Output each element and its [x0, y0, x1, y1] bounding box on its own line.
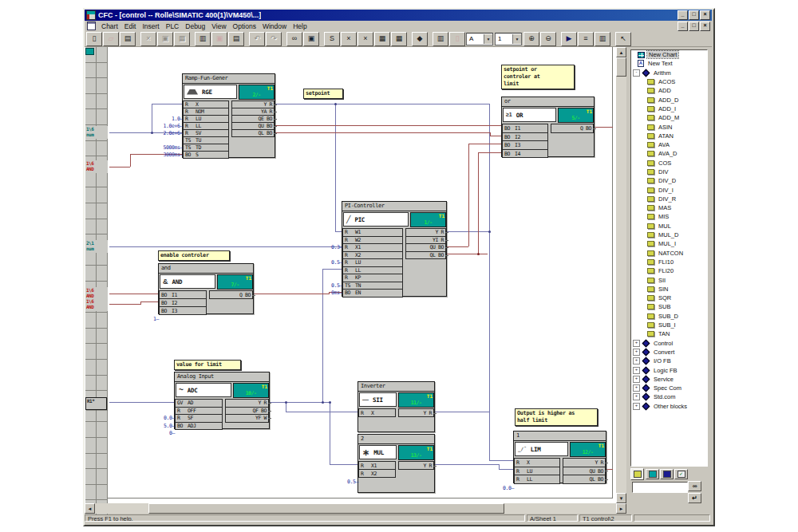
tree-item-other-blocks[interactable]: +Other blocks: [631, 402, 707, 411]
collapse-icon[interactable]: -: [633, 69, 640, 77]
vertical-scrollbar[interactable]: ▲ ▼: [616, 47, 626, 503]
expand-icon[interactable]: +: [633, 367, 640, 374]
overview-columns-icon[interactable]: ▥: [595, 32, 610, 46]
tree-item-spec-com[interactable]: +Spec Com: [631, 384, 707, 392]
block-and[interactable]: and&ANDT17/-BOI1BOI2BOI31‒Q BO: [158, 263, 254, 314]
open-chart-icon[interactable]: ▱: [103, 32, 119, 46]
comment-note[interactable]: setpoint or controler at limit: [501, 65, 575, 89]
tree-item-sub-d[interactable]: SUB_D: [631, 312, 707, 321]
tree-item-fli10[interactable]: FLI10: [631, 258, 707, 266]
chevron-down-icon[interactable]: ▼: [484, 34, 492, 44]
tree-item-arithm[interactable]: -Arithm: [631, 69, 707, 77]
tree-item-add[interactable]: ADD: [631, 86, 707, 95]
mdi-restore-button[interactable]: □: [689, 22, 699, 31]
block-mul[interactable]: 2∗MULT113/-RX1RX20.5‒Y R: [358, 434, 435, 493]
block-or[interactable]: or≥1ORT15/-BOI1BOI2BOI3BOI4Q BO: [501, 97, 595, 157]
sidebar-tab-blocks[interactable]: [630, 468, 644, 480]
menu-chart[interactable]: Chart: [98, 22, 121, 30]
menu-insert[interactable]: Insert: [139, 22, 162, 30]
input-port-i3[interactable]: BOI31‒: [159, 306, 207, 315]
fit-to-window-icon[interactable]: ◆: [412, 32, 428, 46]
block-rge[interactable]: Ramp-Fun-GenerRGET12/-RXRNOM1.0‒RLU1.0e+…: [182, 73, 275, 158]
expand-icon[interactable]: +: [633, 393, 640, 400]
open-next-icon[interactable]: ▤: [228, 32, 244, 46]
chart-overview-icon[interactable]: ▥: [195, 32, 211, 46]
tree-item-tan[interactable]: TAN: [631, 329, 707, 338]
tree-item-add-m[interactable]: ADD_M: [631, 113, 707, 122]
expand-icon[interactable]: +: [633, 376, 640, 383]
mdi-minimize-button[interactable]: _: [678, 22, 688, 31]
tree-item-sii[interactable]: SII: [631, 275, 707, 284]
text-label[interactable]: setpoint: [303, 89, 343, 99]
output-port-q[interactable]: Q BO: [551, 124, 594, 133]
split-view-icon[interactable]: ▥: [433, 32, 448, 46]
input-port-adj[interactable]: BOADJ0‒: [175, 422, 223, 431]
block-pic[interactable]: PI-Controller╱PICT11/-RW1RW20.3‒RX1RX20.…: [342, 201, 447, 297]
tree-item-ava[interactable]: AVA: [631, 140, 707, 149]
find-block-input[interactable]: [632, 482, 688, 493]
close-button[interactable]: ×: [700, 10, 710, 20]
mdi-close-button[interactable]: ×: [700, 22, 710, 31]
scroll-right-icon[interactable]: ►: [616, 503, 626, 514]
scroll-left-icon[interactable]: ◄: [85, 503, 95, 514]
expand-icon[interactable]: +: [633, 357, 640, 365]
menu-view[interactable]: View: [208, 22, 229, 30]
tree-item-ava-d[interactable]: AVA_D: [631, 149, 707, 158]
tree-item-cos[interactable]: COS: [631, 159, 707, 167]
tree-item-sub[interactable]: SUB: [631, 302, 707, 311]
input-port-x2[interactable]: RX20.5‒: [358, 469, 396, 478]
signature-icon[interactable]: S: [324, 32, 340, 46]
block-sii[interactable]: Inverter—SIIT111/-RXY R: [358, 381, 435, 432]
pane-view-icon[interactable]: ▯: [449, 32, 465, 46]
output-port-ql[interactable]: QL BO: [405, 251, 446, 260]
tree-item-fli20[interactable]: FLI20: [631, 266, 707, 275]
find-initial-letter-icon[interactable]: ↵: [688, 493, 701, 503]
sheet-combo[interactable]: 1▼: [495, 33, 522, 45]
tree-item-new-text[interactable]: ANew Text: [631, 59, 707, 68]
tree-item-std-com[interactable]: +Std.com: [631, 392, 707, 401]
snapshot-icon[interactable]: ▣: [303, 32, 319, 46]
tree-item-acos[interactable]: ACOS: [631, 77, 707, 86]
delete-connection-icon[interactable]: ×: [341, 32, 357, 46]
tree-item-div-i[interactable]: DIV_I: [631, 185, 707, 194]
input-port-i4[interactable]: BOI4: [502, 149, 548, 159]
context-help-icon[interactable]: ↖: [615, 32, 631, 46]
tree-item-control[interactable]: +Control: [631, 339, 707, 348]
output-port-y[interactable]: Y R: [398, 461, 434, 470]
scroll-down-icon[interactable]: ▼: [616, 493, 626, 503]
chevron-down-icon[interactable]: ▼: [512, 34, 521, 44]
zoom-combo[interactable]: A▼: [466, 33, 493, 45]
block-tree[interactable]: New ChartANew Text-ArithmACOSADDADD_DADD…: [630, 49, 708, 467]
zoom-out-icon[interactable]: ⊖: [540, 32, 556, 46]
field-glasses-icon[interactable]: ∞: [286, 32, 302, 46]
input-port-x[interactable]: RX: [358, 408, 396, 417]
zoom-in-icon[interactable]: ⊕: [523, 32, 539, 46]
text-label[interactable]: value for limit: [174, 360, 241, 370]
menu-window[interactable]: Window: [259, 22, 290, 30]
vscroll-thumb[interactable]: [616, 57, 626, 77]
menu-options[interactable]: Options: [230, 22, 259, 30]
expand-icon[interactable]: +: [633, 340, 640, 347]
delete-block-icon[interactable]: ×: [358, 32, 373, 46]
output-port-q[interactable]: Q BO: [209, 290, 253, 299]
tree-item-mas[interactable]: MAS: [631, 203, 707, 212]
menu-help[interactable]: Help: [290, 22, 310, 30]
input-port-en[interactable]: BOEN: [342, 289, 403, 298]
chart-document-icon[interactable]: [87, 22, 96, 30]
print-icon[interactable]: ▤: [120, 32, 136, 46]
tree-item-mul[interactable]: MUL: [631, 222, 707, 231]
tree-item-i-o-fb[interactable]: +I/O FB: [631, 357, 707, 365]
menu-plc[interactable]: PLC: [163, 22, 183, 30]
expand-icon[interactable]: +: [633, 384, 640, 392]
comment-note[interactable]: Output is higher as half limit: [515, 408, 598, 426]
tree-item-add-i[interactable]: ADD_I: [631, 104, 707, 113]
block-adc[interactable]: Analog Input~ADCT110/-GVADROFF0.0‒RSF5.0…: [174, 372, 270, 429]
sidebar-tab-libraries[interactable]: [660, 469, 674, 479]
tree-item-sqr[interactable]: SQR: [631, 294, 707, 302]
sidebar-tab-types[interactable]: ✓: [674, 469, 688, 479]
tree-item-mul-d[interactable]: MUL_D: [631, 231, 707, 239]
tree-item-div-d[interactable]: DIV_D: [631, 176, 707, 185]
tree-item-service[interactable]: +Service: [631, 375, 707, 384]
new-chart-icon[interactable]: ▯: [86, 32, 102, 46]
menu-edit[interactable]: Edit: [121, 22, 140, 30]
